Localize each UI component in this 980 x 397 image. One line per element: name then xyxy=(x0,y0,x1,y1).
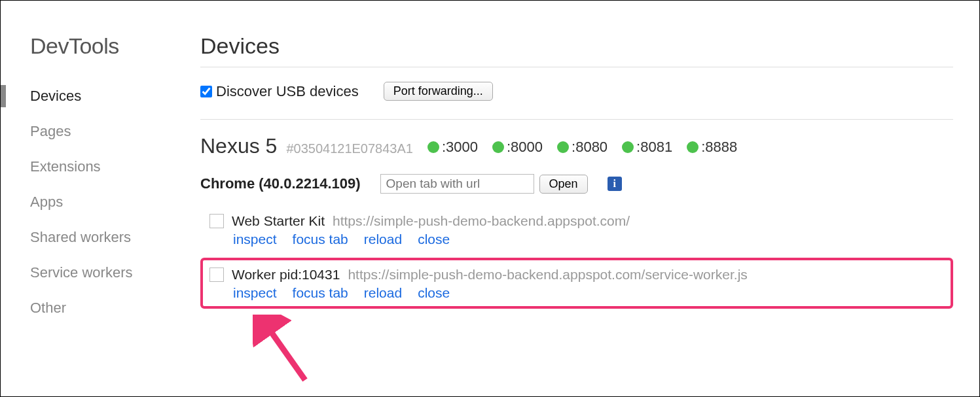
target-title: Worker pid:10431 xyxy=(232,267,340,283)
open-button[interactable]: Open xyxy=(539,175,588,194)
target-checkbox[interactable] xyxy=(209,214,224,228)
reload-link[interactable]: reload xyxy=(364,285,402,301)
port-badge: :8888 xyxy=(687,139,737,156)
toolbar: Discover USB devices Port forwarding... xyxy=(200,82,953,101)
target-block: Web Starter Kit https://simple-push-demo… xyxy=(200,204,953,255)
port-forwarding-button[interactable]: Port forwarding... xyxy=(384,82,493,101)
main-content: Devices Discover USB devices Port forwar… xyxy=(181,14,979,396)
port-label: :8081 xyxy=(636,139,672,156)
port-label: :8080 xyxy=(572,139,608,156)
target-title: Web Starter Kit xyxy=(232,213,325,229)
sidebar-item-label: Devices xyxy=(30,88,81,104)
port-badge: :8080 xyxy=(557,139,608,156)
port-badge: :8000 xyxy=(492,139,543,156)
sidebar-item-label: Pages xyxy=(30,123,71,139)
port-label: :3000 xyxy=(442,139,478,156)
status-dot-icon xyxy=(427,141,439,153)
sidebar-item-label: Service workers xyxy=(30,264,132,281)
sidebar: DevTools Devices Pages Extensions Apps S… xyxy=(1,14,181,396)
open-tab-url-input[interactable] xyxy=(380,174,534,194)
port-badge: :3000 xyxy=(427,139,478,156)
target-checkbox[interactable] xyxy=(209,268,224,282)
discover-usb-checkbox-wrap[interactable]: Discover USB devices xyxy=(200,83,359,100)
status-dot-icon xyxy=(622,141,634,153)
sidebar-item-devices[interactable]: Devices xyxy=(30,78,181,114)
focus-tab-link[interactable]: focus tab xyxy=(293,232,348,247)
port-badge: :8081 xyxy=(622,139,672,156)
sidebar-item-label: Shared workers xyxy=(30,229,131,245)
sidebar-item-other[interactable]: Other xyxy=(30,290,181,326)
page-title: Devices xyxy=(200,33,953,59)
port-label: :8888 xyxy=(701,139,737,156)
sidebar-item-pages[interactable]: Pages xyxy=(30,114,181,149)
device-name: Nexus 5 xyxy=(200,134,277,158)
sidebar-item-label: Extensions xyxy=(30,158,101,175)
focus-tab-link[interactable]: focus tab xyxy=(293,285,348,301)
discover-usb-label: Discover USB devices xyxy=(216,83,359,100)
sidebar-item-label: Apps xyxy=(30,194,63,210)
sidebar-item-label: Other xyxy=(30,300,66,316)
target-block-highlighted: Worker pid:10431 https://simple-push-dem… xyxy=(200,258,953,309)
browser-label: Chrome (40.0.2214.109) xyxy=(200,175,361,192)
target-url: https://simple-push-demo-backend.appspot… xyxy=(348,267,747,283)
target-url: https://simple-push-demo-backend.appspot… xyxy=(333,213,630,229)
status-dot-icon xyxy=(687,141,699,153)
close-link[interactable]: close xyxy=(418,232,450,247)
device-header: Nexus 5 #03504121E07843A1 :3000 :8000 :8… xyxy=(200,134,953,158)
port-label: :8000 xyxy=(507,139,543,156)
status-dot-icon xyxy=(492,141,504,153)
sidebar-item-apps[interactable]: Apps xyxy=(30,184,181,220)
discover-usb-checkbox[interactable] xyxy=(200,86,212,97)
sidebar-item-extensions[interactable]: Extensions xyxy=(30,149,181,184)
inspect-link[interactable]: inspect xyxy=(233,232,277,247)
sidebar-item-shared-workers[interactable]: Shared workers xyxy=(30,220,181,255)
close-link[interactable]: close xyxy=(418,285,450,301)
device-id: #03504121E07843A1 xyxy=(286,141,413,156)
sidebar-item-service-workers[interactable]: Service workers xyxy=(30,255,181,290)
inspect-link[interactable]: inspect xyxy=(233,285,277,301)
status-dot-icon xyxy=(557,141,569,153)
divider xyxy=(200,67,953,67)
sidebar-title: DevTools xyxy=(30,33,181,59)
info-icon[interactable]: i xyxy=(608,177,622,191)
reload-link[interactable]: reload xyxy=(364,232,402,247)
divider xyxy=(200,119,953,120)
browser-row: Chrome (40.0.2214.109) Open i xyxy=(200,174,953,194)
